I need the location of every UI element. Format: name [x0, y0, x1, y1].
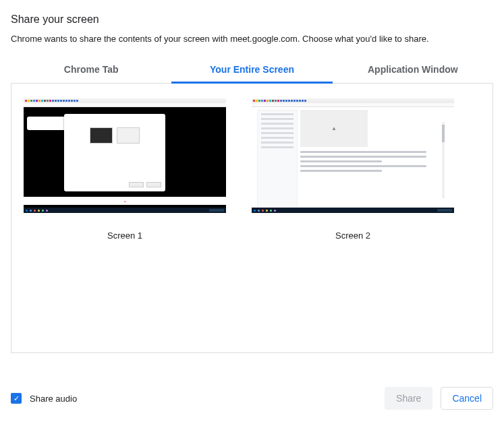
cancel-button[interactable]: Cancel — [441, 387, 493, 410]
screen-picker-panel: Screen 1 ▲ — [11, 84, 493, 353]
image-placeholder-icon: ▲ — [300, 110, 368, 147]
screen-label-2: Screen 2 — [252, 230, 454, 241]
document-icon: ▲ — [300, 110, 449, 210]
desktop-area — [24, 107, 226, 213]
scrollbar-icon — [442, 122, 445, 198]
share-audio-checkbox[interactable]: ✓ — [11, 393, 22, 404]
browser-tabstrip-icon — [24, 98, 226, 103]
tab-application-window[interactable]: Application Window — [333, 57, 493, 83]
chevron-up-icon — [24, 197, 226, 205]
desktop-area: ▲ — [252, 107, 454, 213]
dialog-footer: ✓ Share audio Share Cancel — [11, 387, 493, 410]
check-icon: ✓ — [13, 395, 20, 402]
sidebar-icon — [257, 110, 298, 210]
screen-thumbnail-2: ▲ — [252, 98, 454, 213]
share-audio-label[interactable]: Share audio — [30, 394, 77, 404]
taskbar-icon — [252, 208, 454, 213]
dialog-subtitle: Chrome wants to share the contents of yo… — [11, 34, 493, 44]
browser-tabstrip-icon — [252, 98, 454, 103]
dialog-icon — [64, 114, 165, 191]
dialog-title: Share your screen — [11, 13, 493, 26]
tab-chrome-tab[interactable]: Chrome Tab — [11, 57, 171, 83]
taskbar-icon — [24, 208, 226, 213]
screen-list: Screen 1 ▲ — [24, 98, 480, 241]
tab-entire-screen[interactable]: Your Entire Screen — [171, 57, 332, 83]
screen-thumbnail-1 — [24, 98, 226, 213]
screen-option-1[interactable]: Screen 1 — [24, 98, 226, 241]
screen-label-1: Screen 1 — [24, 230, 226, 241]
share-button[interactable]: Share — [385, 387, 432, 410]
tab-bar: Chrome Tab Your Entire Screen Applicatio… — [11, 57, 493, 84]
screen-option-2[interactable]: ▲ Screen 2 — [252, 98, 454, 241]
